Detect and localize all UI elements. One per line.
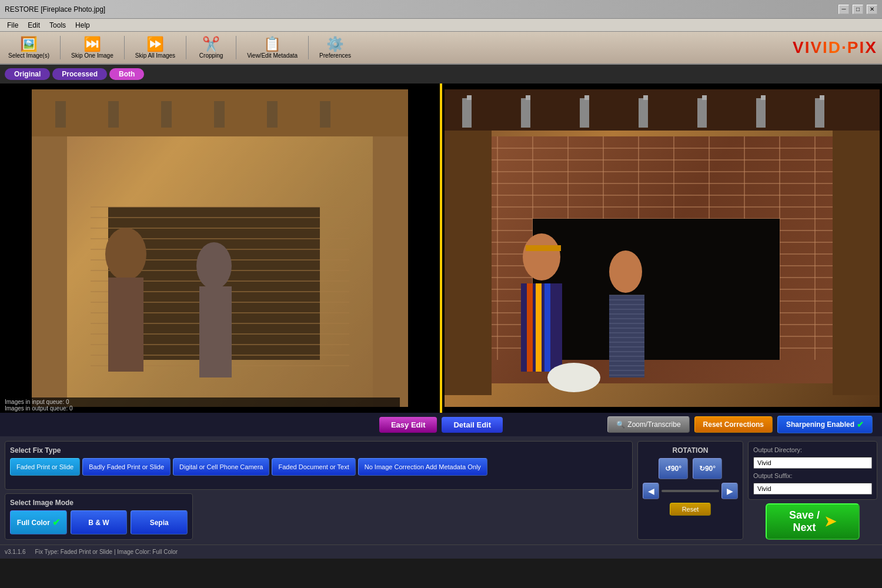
cropping-icon: ✂️ xyxy=(202,37,220,51)
close-button[interactable]: ✕ xyxy=(867,5,877,14)
minimize-button[interactable]: ─ xyxy=(838,5,849,14)
version-label: v3.1.1.6 xyxy=(5,549,26,555)
original-image-canvas xyxy=(20,83,420,413)
rotate-right-fine-button[interactable]: ▶ xyxy=(721,483,738,499)
cropping-label: Cropping xyxy=(199,52,223,59)
app-logo: VIVID·PIX xyxy=(793,38,877,57)
image-mode-title: Select Image Mode xyxy=(10,499,188,507)
view-button-bar: Original Processed Both xyxy=(0,65,882,83)
output-directory-field[interactable] xyxy=(753,457,872,469)
image-mode-panel: Select Image Mode Full Color ✔ B & W Sep… xyxy=(5,493,193,540)
zoom-label: Zoom/Transcribe xyxy=(627,420,680,429)
skip-one-label: Skip One Image xyxy=(71,52,113,59)
select-images-label: Select Image(s) xyxy=(8,52,49,59)
sharpening-check-icon: ✔ xyxy=(857,420,864,429)
original-image-panel xyxy=(0,83,440,413)
detail-edit-button[interactable]: Detail Edit xyxy=(442,417,503,433)
processed-view-button[interactable]: Processed xyxy=(52,68,107,80)
rotate-ccw-icon: ↺ xyxy=(665,465,671,473)
reset-corrections-button[interactable]: Reset Corrections xyxy=(694,416,773,433)
skip-one-button[interactable]: ⏭️ Skip One Image xyxy=(68,36,117,60)
toolbar: 🖼️ Select Image(s) ⏭️ Skip One Image ⏩ S… xyxy=(0,32,882,65)
rotation-buttons: ↺ 90° ↻ 90° xyxy=(643,458,738,479)
output-savenext-area: Output Directory: Output Suffix: Save / … xyxy=(748,441,877,540)
input-queue-status: Images in input queue: 0 xyxy=(5,399,395,405)
output-suffix-field[interactable] xyxy=(753,483,872,495)
processed-image-panel xyxy=(442,83,882,413)
toolbar-divider-2 xyxy=(124,36,125,59)
fix-btn-badly-faded[interactable]: Badly Faded Print or Slide xyxy=(82,458,171,476)
rotation-panel: ROTATION ↺ 90° ↻ 90° ◀ ▶ Reset xyxy=(637,441,743,540)
fix-type-buttons: Faded Print or Slide Badly Faded Print o… xyxy=(10,458,627,476)
output-queue-status: Images in output queue: 0 xyxy=(5,405,395,412)
fix-btn-faded-print[interactable]: Faded Print or Slide xyxy=(10,458,80,476)
skip-all-button[interactable]: ⏩ Skip All Images xyxy=(132,36,179,60)
processed-image-canvas xyxy=(442,83,882,413)
rotate-cw-icon: ↻ xyxy=(699,465,705,473)
sharpening-label: Sharpening Enabled xyxy=(786,420,854,429)
toolbar-divider-1 xyxy=(60,36,61,59)
preferences-icon: ⚙️ xyxy=(326,37,344,51)
fix-btn-digital-cell[interactable]: Digital or Cell Phone Camera xyxy=(173,458,269,476)
image-area: Images in input queue: 0 Images in outpu… xyxy=(0,83,882,413)
toolbar-divider-5 xyxy=(308,36,309,59)
original-view-button[interactable]: Original xyxy=(5,68,50,80)
fix-type-panel: Select Fix Type Faded Print or Slide Bad… xyxy=(5,441,633,490)
menu-tools[interactable]: Tools xyxy=(45,20,71,31)
window-title: RESTORE [Fireplace Photo.jpg] xyxy=(5,5,105,14)
save-next-button[interactable]: Save / Next ➤ xyxy=(766,503,860,540)
window-controls: ─ □ ✕ xyxy=(838,5,877,14)
image-status: Images in input queue: 0 Images in outpu… xyxy=(0,397,400,413)
bottom-controls-area: Select Fix Type Faded Print or Slide Bad… xyxy=(0,436,882,544)
preferences-label: Preferences xyxy=(319,52,351,59)
save-next-arrow-icon: ➤ xyxy=(824,513,836,530)
menu-help[interactable]: Help xyxy=(71,20,95,31)
fullcolor-label: Full Color xyxy=(17,519,50,527)
fullcolor-check-icon: ✔ xyxy=(52,517,60,528)
save-next-label: Save / Next xyxy=(789,509,820,534)
zoom-transcribe-button[interactable]: 🔍 Zoom/Transcribe xyxy=(607,416,689,433)
rotate-left-fine-button[interactable]: ◀ xyxy=(643,483,659,499)
mode-btn-fullcolor[interactable]: Full Color ✔ xyxy=(10,510,67,534)
skip-all-label: Skip All Images xyxy=(135,52,175,59)
right-edit-controls: 🔍 Zoom/Transcribe Reset Corrections Shar… xyxy=(607,416,873,433)
skip-one-icon: ⏭️ xyxy=(83,37,101,51)
titlebar: RESTORE [Fireplace Photo.jpg] ─ □ ✕ xyxy=(0,0,882,19)
fix-btn-no-correction[interactable]: No Image Correction Add Metadata Only xyxy=(358,458,487,476)
fix-type-status: Fix Type: Faded Print or Slide | Image C… xyxy=(35,549,178,555)
rotation-reset-button[interactable]: Reset xyxy=(670,503,711,516)
mode-btn-bw[interactable]: B & W xyxy=(71,510,128,534)
menu-edit[interactable]: Edit xyxy=(23,20,45,31)
select-images-button[interactable]: 🖼️ Select Image(s) xyxy=(5,36,53,60)
toolbar-divider-3 xyxy=(186,36,186,59)
rotate-cw-label: 90° xyxy=(705,465,716,473)
sharpening-button[interactable]: Sharpening Enabled ✔ xyxy=(777,416,873,433)
metadata-icon: 📋 xyxy=(263,37,281,51)
select-images-icon: 🖼️ xyxy=(20,37,38,51)
rotation-slider[interactable] xyxy=(662,490,719,492)
mode-btn-sepia[interactable]: Sepia xyxy=(131,510,188,534)
rotate-ccw-button[interactable]: ↺ 90° xyxy=(659,458,688,479)
menu-file[interactable]: File xyxy=(2,20,23,31)
metadata-button[interactable]: 📋 View/Edit Metadata xyxy=(243,36,301,60)
maximize-button[interactable]: □ xyxy=(853,5,863,14)
zoom-icon: 🔍 xyxy=(616,420,625,429)
rotate-cw-button[interactable]: ↻ 90° xyxy=(693,458,722,479)
preferences-button[interactable]: ⚙️ Preferences xyxy=(316,36,355,60)
output-panel: Output Directory: Output Suffix: xyxy=(748,441,877,500)
fix-type-title: Select Fix Type xyxy=(10,446,627,455)
easy-edit-button[interactable]: Easy Edit xyxy=(379,417,437,433)
metadata-label: View/Edit Metadata xyxy=(247,52,298,59)
output-directory-label: Output Directory: xyxy=(753,446,872,453)
edit-button-bar: Easy Edit Detail Edit 🔍 Zoom/Transcribe … xyxy=(0,413,882,436)
left-controls: Select Fix Type Faded Print or Slide Bad… xyxy=(5,441,633,540)
fix-btn-faded-document[interactable]: Faded Document or Text xyxy=(272,458,355,476)
output-suffix-label: Output Suffix: xyxy=(753,472,872,479)
both-view-button[interactable]: Both xyxy=(109,68,144,80)
rotation-title: ROTATION xyxy=(643,446,738,455)
rotate-ccw-label: 90° xyxy=(671,465,681,473)
rotation-slider-row: ◀ ▶ xyxy=(643,483,738,499)
menubar: File Edit Tools Help xyxy=(0,19,882,32)
cropping-button[interactable]: ✂️ Cropping xyxy=(193,36,229,60)
status-footer: v3.1.1.6 Fix Type: Faded Print or Slide … xyxy=(0,544,882,559)
